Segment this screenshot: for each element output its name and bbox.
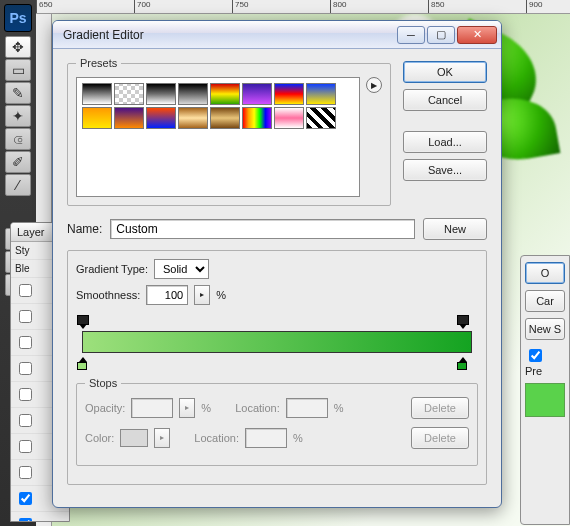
preset-thumb[interactable] [306,107,336,129]
color-location-input [245,428,287,448]
new-button[interactable]: New [423,218,487,240]
opacity-label: Opacity: [85,402,125,414]
preset-thumb[interactable] [274,107,304,129]
cancel-button[interactable]: Cancel [403,89,487,111]
preset-thumb[interactable] [114,83,144,105]
style-checkbox[interactable] [19,336,32,349]
gradient-settings-group: Gradient Type: Solid Smoothness: ▸ % Sto… [67,250,487,485]
location-label: Location: [194,432,239,444]
preset-thumb[interactable] [178,83,208,105]
new-style-button-fragment[interactable]: New S [525,318,565,340]
titlebar[interactable]: Gradient Editor ─ ▢ ✕ [53,21,501,49]
dialog-title: Gradient Editor [63,28,395,42]
gradient-type-label: Gradient Type: [76,263,148,275]
preset-thumb[interactable] [146,107,176,129]
list-item[interactable] [11,512,69,522]
percent-sign: % [201,402,211,414]
ok-button-fragment[interactable]: O [525,262,565,284]
style-checkbox[interactable] [19,362,32,375]
tool-eyedropper[interactable]: ✐ [5,151,31,173]
name-label: Name: [67,222,102,236]
presets-menu-icon[interactable]: ▶ [366,77,382,93]
stops-group: Stops Opacity: ▸ % Location: % Delete Co… [76,377,478,466]
presets-group: Presets ▶ [67,57,391,206]
save-button[interactable]: Save... [403,159,487,181]
preview-checkbox-fragment[interactable]: Pre [525,346,565,377]
smoothness-input[interactable] [146,285,188,305]
preview-checkbox[interactable] [529,349,542,362]
percent-sign: % [334,402,344,414]
ruler-mark: 750 [232,0,330,14]
preset-thumb[interactable] [114,107,144,129]
opacity-stop[interactable] [76,315,88,329]
opacity-input [131,398,173,418]
preset-thumb[interactable] [82,107,112,129]
preset-thumb[interactable] [178,107,208,129]
color-label: Color: [85,432,114,444]
ok-button[interactable]: OK [403,61,487,83]
tool-crop[interactable]: ⟃ [5,128,31,150]
preset-thumb[interactable] [146,83,176,105]
style-checkbox[interactable] [19,310,32,323]
gradient-bar[interactable] [82,331,472,353]
opacity-stop[interactable] [456,315,468,329]
cancel-button-fragment[interactable]: Car [525,290,565,312]
percent-sign: % [293,432,303,444]
opacity-location-input [286,398,328,418]
preset-thumb[interactable] [242,83,272,105]
close-button[interactable]: ✕ [457,26,497,44]
delete-opacity-stop-button: Delete [411,397,469,419]
minimize-button[interactable]: ─ [397,26,425,44]
gradient-ramp-editor[interactable] [76,315,478,371]
tool-move[interactable]: ✥ [5,36,31,58]
preset-thumb[interactable] [242,107,272,129]
maximize-button[interactable]: ▢ [427,26,455,44]
preset-thumb[interactable] [306,83,336,105]
preset-thumb[interactable] [210,107,240,129]
style-checkbox[interactable] [19,518,32,522]
tool-marquee[interactable]: ▭ [5,59,31,81]
style-checkbox[interactable] [19,492,32,505]
percent-sign: % [216,289,226,301]
preset-thumb[interactable] [274,83,304,105]
preset-thumb[interactable] [210,83,240,105]
stop-color-swatch [120,429,148,447]
gradient-type-select[interactable]: Solid [154,259,209,279]
style-checkbox[interactable] [19,440,32,453]
preview-swatch [525,383,565,417]
ruler-mark: 700 [134,0,232,14]
presets-label: Presets [76,57,121,69]
tool-wand[interactable]: ✦ [5,105,31,127]
delete-color-stop-button: Delete [411,427,469,449]
color-stop[interactable] [76,357,88,371]
style-checkbox[interactable] [19,414,32,427]
preset-thumb[interactable] [82,83,112,105]
style-checkbox[interactable] [19,388,32,401]
ruler-mark: 800 [330,0,428,14]
ruler-horizontal: 650700750800850900950100010501100 [36,0,570,14]
ruler-mark: 650 [36,0,134,14]
ruler-mark: 850 [428,0,526,14]
stops-label: Stops [85,377,121,389]
tool-lasso[interactable]: ✎ [5,82,31,104]
smoothness-label: Smoothness: [76,289,140,301]
location-label: Location: [235,402,280,414]
opacity-stepper: ▸ [179,398,195,418]
tool-brush[interactable]: ⁄ [5,174,31,196]
load-button[interactable]: Load... [403,131,487,153]
ruler-mark: 900 [526,0,570,14]
smoothness-stepper[interactable]: ▸ [194,285,210,305]
color-picker-arrow: ▸ [154,428,170,448]
right-dialog-fragment: O Car New S Pre [520,255,570,525]
app-logo: Ps [4,4,32,32]
color-stop[interactable] [456,357,468,371]
name-input[interactable] [110,219,415,239]
style-checkbox[interactable] [19,284,32,297]
gradient-editor-dialog: Gradient Editor ─ ▢ ✕ Presets ▶ OK Cance… [52,20,502,508]
presets-list[interactable] [76,77,360,197]
style-checkbox[interactable] [19,466,32,479]
